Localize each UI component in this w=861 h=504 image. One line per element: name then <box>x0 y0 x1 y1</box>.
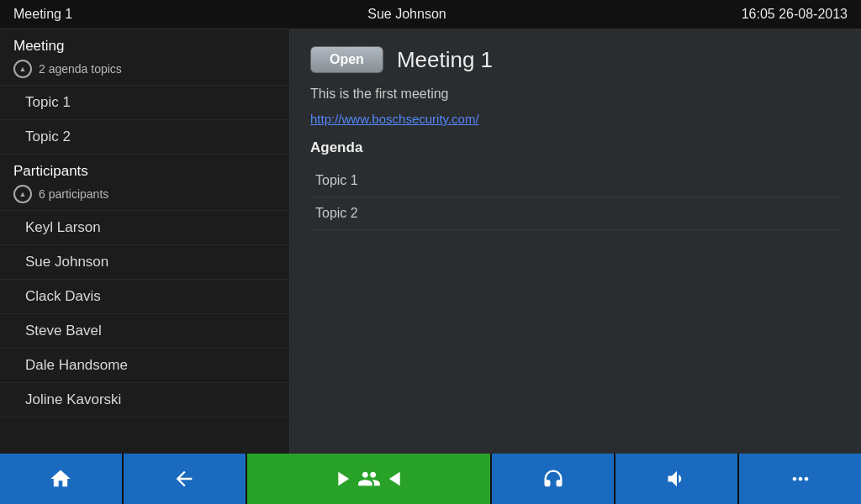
sidebar-agenda-collapse[interactable]: 2 agenda topics <box>0 56 289 86</box>
sidebar-meeting-header: Meeting <box>0 29 289 56</box>
content-title-row: Open Meeting 1 <box>310 46 841 73</box>
more-button[interactable] <box>739 454 861 504</box>
sidebar-item-participant-1[interactable]: Sue Johnson <box>0 245 289 280</box>
header-user: Sue Johnson <box>72 7 741 22</box>
sidebar-item-topic1[interactable]: Topic 1 <box>0 86 289 120</box>
header-meeting-title: Meeting 1 <box>13 7 72 22</box>
agenda-topic-0: Topic 1 <box>310 165 841 197</box>
back-button[interactable] <box>124 454 247 504</box>
volume-button[interactable] <box>615 454 739 504</box>
sidebar-participants-header: Participants <box>0 155 289 181</box>
agenda-collapse-icon[interactable] <box>13 60 32 78</box>
home-button[interactable] <box>0 454 124 504</box>
home-icon <box>49 467 72 491</box>
group-icon <box>357 467 381 491</box>
participants-count-label: 6 participants <box>39 187 108 201</box>
sidebar-item-topic2[interactable]: Topic 2 <box>0 120 289 155</box>
arrow-left-icon <box>384 467 408 491</box>
headphones-icon <box>541 467 565 491</box>
header-datetime: 16:05 26-08-2013 <box>742 7 848 22</box>
arrow-right-icon <box>330 467 354 491</box>
content-title: Meeting 1 <box>397 47 493 73</box>
back-icon <box>172 467 196 491</box>
main-layout: Meeting 2 agenda topics Topic 1 Topic 2 … <box>0 29 861 454</box>
sidebar-item-participant-5[interactable]: Joline Kavorski <box>0 383 289 417</box>
agenda-topic-1: Topic 2 <box>310 197 841 230</box>
participants-collapse-icon[interactable] <box>13 185 32 203</box>
sidebar: Meeting 2 agenda topics Topic 1 Topic 2 … <box>0 29 290 454</box>
agenda-count-label: 2 agenda topics <box>39 62 122 76</box>
more-icon <box>789 467 812 491</box>
open-button[interactable]: Open <box>310 46 383 73</box>
headphones-button[interactable] <box>492 454 615 504</box>
content-panel: Open Meeting 1 This is the first meeting… <box>290 29 861 454</box>
agenda-heading: Agenda <box>310 139 841 156</box>
sidebar-item-participant-0[interactable]: Keyl Larson <box>0 211 289 245</box>
toolbar <box>0 454 861 504</box>
sidebar-item-participant-4[interactable]: Dale Handsome <box>0 349 289 383</box>
meeting-controls-button[interactable] <box>247 454 493 504</box>
header: Meeting 1 Sue Johnson 16:05 26-08-2013 <box>0 0 861 29</box>
sidebar-participants-collapse[interactable]: 6 participants <box>0 181 289 211</box>
sidebar-item-participant-2[interactable]: Clack Davis <box>0 280 289 314</box>
content-description: This is the first meeting <box>310 87 841 102</box>
volume-icon <box>665 467 689 491</box>
content-link[interactable]: http://www.boschsecurity.com/ <box>310 112 841 126</box>
sidebar-item-participant-3[interactable]: Steve Bavel <box>0 314 289 349</box>
